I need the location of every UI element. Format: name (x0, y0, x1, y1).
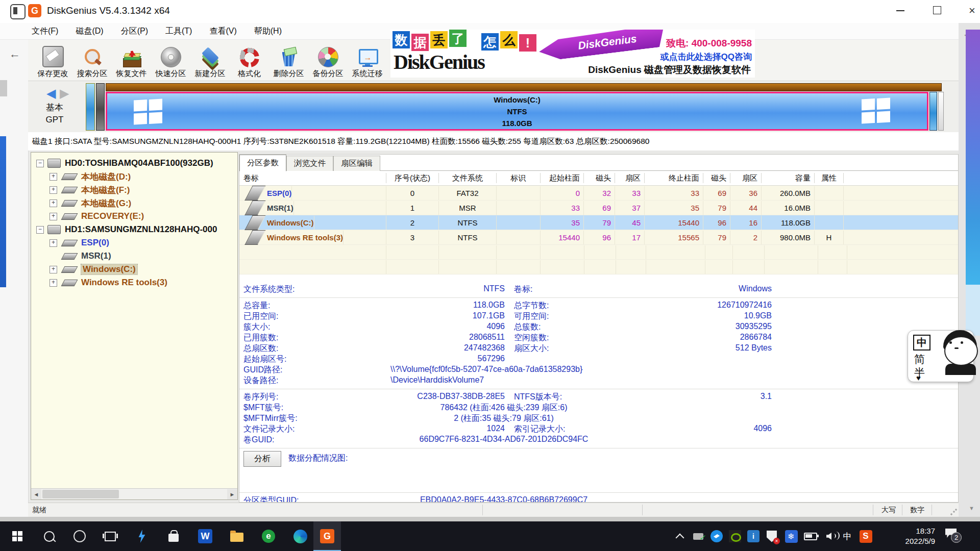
expand-icon[interactable]: + (50, 173, 57, 181)
taskbar-app-store[interactable] (160, 521, 187, 551)
disk-scheme-label: GPT (35, 115, 74, 125)
collapse-icon[interactable]: − (36, 226, 44, 234)
disk-band[interactable] (106, 83, 942, 91)
delete-partition-button[interactable]: 删除分区 (269, 42, 308, 79)
backup-partition-button[interactable]: 备份分区 (308, 42, 348, 79)
banner-ribbon: DiskGenius (537, 30, 667, 62)
minimize-icon[interactable] (896, 10, 904, 11)
expand-icon[interactable]: + (50, 213, 57, 220)
menu-file[interactable]: 文件(F) (32, 26, 58, 37)
tray-battery[interactable] (801, 521, 820, 551)
scroll-right-icon[interactable]: ► (227, 489, 237, 499)
partition-icon (244, 230, 265, 245)
table-row-esp[interactable]: ESP(0) 0 FAT32 0 32 33 33 69 36 260.0MB (239, 186, 959, 201)
taskbar-app-explorer[interactable] (224, 521, 250, 551)
tree-item-esp[interactable]: + ESP(0) (31, 236, 237, 249)
background-tab-icon (10, 4, 26, 19)
expand-icon[interactable]: + (50, 279, 57, 287)
cortana-button[interactable] (66, 521, 93, 551)
menu-tools[interactable]: 工具(T) (165, 26, 192, 37)
taskbar-clock[interactable]: 18:37 2022/5/9 (891, 526, 935, 546)
scroll-left-icon[interactable]: ◄ (31, 489, 41, 499)
taskbar-app-diskgenius[interactable]: G (314, 521, 340, 551)
recover-files-button[interactable]: 恢复文件 (112, 42, 151, 79)
tree-horizontal-scrollbar[interactable]: ◄ ► (31, 488, 237, 499)
menu-disk[interactable]: 磁盘(D) (76, 26, 103, 37)
partition-block-esp[interactable] (86, 83, 95, 131)
battery-icon (804, 533, 817, 540)
quick-partition-button[interactable]: 快速分区 (151, 42, 190, 79)
diskgenius-tray-icon: S (860, 530, 872, 543)
partition-block-windows-c[interactable]: Windows(C:) NTFS 118.0GB (106, 92, 928, 131)
menu-help[interactable]: 帮助(H) (254, 26, 282, 37)
system-migration-button[interactable]: → 系统迁移 (348, 42, 387, 79)
new-partition-button[interactable]: 新建分区 (190, 42, 230, 79)
banner-contact[interactable]: 致电: 400-008-9958 或点击此处选择QQ咨询 (660, 37, 752, 63)
save-changes-button[interactable]: 保存更改 (33, 42, 72, 79)
action-center-button[interactable]: 2 (945, 529, 958, 540)
tree-item-hd0[interactable]: − HD0:TOSHIBAMQ04ABF100(932GB) (31, 157, 237, 170)
table-row-msr[interactable]: MSR(1) 1 MSR 33 69 37 35 79 44 16.0MB (239, 201, 959, 215)
tray-nvidia[interactable] (726, 521, 744, 551)
table-row-windows-re[interactable]: Windows RE tools(3) 3 NTFS 15440 96 17 1… (239, 230, 959, 245)
expand-icon[interactable]: + (50, 186, 57, 194)
tray-security[interactable]: × (763, 521, 781, 551)
background-window-fragment (0, 80, 7, 96)
taskbar-search-button[interactable] (36, 521, 62, 551)
expand-icon[interactable]: + (50, 266, 57, 273)
taskbar-app-emule[interactable]: e (255, 521, 282, 551)
tree-item-windows-re[interactable]: + Windows RE tools(3) (31, 276, 237, 289)
menu-partition[interactable]: 分区(P) (121, 26, 148, 37)
backup-partition-icon (318, 47, 338, 67)
tray-ime-indicator[interactable]: 中 (838, 521, 856, 551)
ime-status-sticker[interactable]: 中 简 半 ♥ (908, 328, 980, 384)
tab-browse-files[interactable]: 浏览文件 (286, 156, 333, 171)
tray-diskgenius[interactable]: S (856, 521, 875, 551)
banner-ad[interactable]: 数 据 丢 了 怎 么 ! DiskGenius DiskGenius 致电: … (390, 30, 755, 78)
expand-icon[interactable]: + (50, 239, 57, 247)
disk-nav-prev-icon[interactable]: ◀ (46, 86, 56, 101)
table-row-windows-c[interactable]: Windows(C:) 2 NTFS 35 79 45 15440 96 16 … (239, 215, 959, 230)
analyze-button[interactable]: 分析 (243, 451, 281, 467)
tree-item-local-g[interactable]: + 本地磁盘(G:) (31, 196, 237, 210)
taskbar-app-lightning[interactable] (129, 521, 155, 551)
disk-nav-next-icon[interactable]: ▶ (60, 86, 69, 101)
taskbar-app-edge[interactable] (287, 521, 313, 551)
tray-show-hidden-button[interactable] (671, 521, 689, 551)
tree-item-recovery-e[interactable]: + RECOVERY(E:) (31, 210, 237, 223)
banner-phone[interactable]: 致电: 400-008-9958 (660, 37, 752, 50)
partition-block-msr[interactable] (96, 83, 105, 131)
tree-item-hd1[interactable]: − HD1:SAMSUNGMZNLN128HAHQ-000 (31, 223, 237, 236)
tray-printer[interactable]: ✓ (689, 521, 707, 551)
banner-qq-link[interactable]: 或点击此处选择QQ咨询 (660, 51, 752, 63)
tab-sector-edit[interactable]: 扇区编辑 (333, 156, 380, 171)
task-view-icon (105, 532, 116, 541)
detail-row: 设备路径:\Device\HarddiskVolume7 (239, 375, 959, 386)
tab-partition-params[interactable]: 分区参数 (239, 155, 286, 171)
scrollbar-thumb[interactable] (42, 490, 119, 498)
main-panel: 分区参数 浏览文件 扇区编辑 卷标 序号(状态) 文件系统 标识 起始柱面 磁头… (239, 154, 959, 503)
tree-item-local-f[interactable]: + 本地磁盘(F:) (31, 183, 237, 196)
collapse-icon[interactable]: − (36, 160, 44, 167)
partition-icon (61, 200, 78, 207)
maximize-icon[interactable] (933, 6, 941, 14)
tree-item-local-d[interactable]: + 本地磁盘(D:) (31, 170, 237, 183)
tray-volume[interactable] (820, 521, 838, 551)
start-button[interactable] (4, 521, 31, 551)
tray-intel-graphics[interactable]: i (744, 521, 763, 551)
tree-item-windows-c[interactable]: + Windows(C:) (31, 263, 237, 276)
menu-view[interactable]: 查看(V) (209, 26, 236, 37)
expand-icon[interactable]: + (50, 199, 57, 207)
tray-snowflake-app[interactable]: ❄ (782, 521, 800, 551)
format-button[interactable]: 格式化 (230, 42, 269, 79)
task-view-button[interactable] (97, 521, 124, 551)
tree-item-msr[interactable]: MSR(1) (31, 249, 237, 263)
close-icon[interactable]: × (969, 4, 975, 17)
back-arrow-icon[interactable]: ← (9, 47, 20, 61)
tray-messenger[interactable] (707, 521, 726, 551)
resize-grip[interactable] (950, 509, 957, 516)
partition-block-windows-re[interactable] (929, 92, 937, 131)
search-partition-button[interactable]: 搜索分区 (72, 42, 112, 79)
edge-icon (293, 530, 307, 543)
taskbar-app-word[interactable]: W (192, 521, 218, 551)
